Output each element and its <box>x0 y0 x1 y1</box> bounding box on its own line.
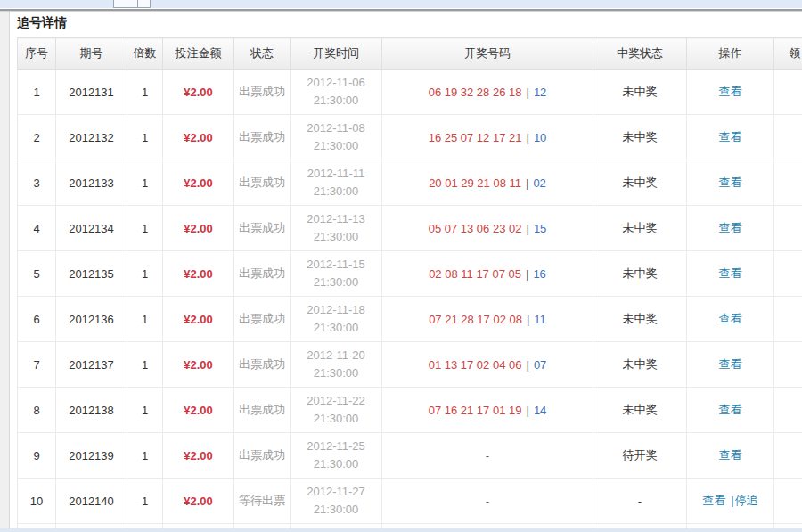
draw-date: 2012-11-22 <box>291 392 381 410</box>
view-link[interactable]: 查看 <box>719 176 742 189</box>
cell-win-status: - <box>593 479 687 524</box>
view-link[interactable]: 查看 <box>719 403 742 416</box>
cell-multiple: 1 <box>127 160 163 206</box>
cell-draw-time: 2012-11-08 21:30:00 <box>291 115 382 160</box>
cell-action: 查看 <box>687 115 774 160</box>
cell-period: 2012136 <box>56 297 127 342</box>
cell-claim <box>774 70 802 115</box>
view-link[interactable]: 查看 <box>719 312 742 325</box>
cell-bet-amount: ¥2.00 <box>163 479 234 524</box>
cell-action: 查看 <box>687 388 774 433</box>
table-header-row: 序号 期号 倍数 投注金额 状态 开奖时间 开奖号码 中奖状态 操作 领 <box>18 38 802 70</box>
cell-bet-amount: ¥2.00 <box>163 342 234 388</box>
cell-draw-numbers: 07 16 21 17 01 19|14 <box>382 388 593 433</box>
cell-bet-amount: ¥2.00 <box>163 251 234 297</box>
cell-status: 出票成功 <box>234 433 291 479</box>
cell-action: 查看 <box>687 206 774 251</box>
cell-win-status: 未中奖 <box>593 388 687 433</box>
draw-date: 2012-11-20 <box>291 347 381 364</box>
cell-multiple: 1 <box>127 479 163 524</box>
cell-draw-time: 2012-11-13 21:30:00 <box>291 206 382 251</box>
cell-claim <box>774 160 802 206</box>
cell-index: 4 <box>18 206 56 251</box>
col-header-multiple: 倍数 <box>127 38 163 70</box>
draw-date: 2012-11-06 <box>291 74 381 92</box>
view-link[interactable]: 查看 <box>719 448 742 462</box>
cell-bet-amount: ¥2.00 <box>163 297 234 342</box>
table-row: 8 2012138 1 ¥2.00 出票成功 2012-11-22 21:30:… <box>18 388 802 433</box>
cell-period: 2012140 <box>56 479 127 524</box>
cell-period: 2012135 <box>56 251 127 297</box>
view-link[interactable]: 查看 <box>719 85 742 98</box>
bottom-strip <box>0 528 802 532</box>
ball-separator: | <box>522 313 534 326</box>
draw-date: 2012-11-11 <box>291 165 381 183</box>
draw-date: 2012-11-13 <box>291 210 381 228</box>
view-link[interactable]: 查看 <box>719 357 742 371</box>
cell-status: 出票成功 <box>234 251 291 297</box>
cell-draw-numbers: - <box>382 433 593 479</box>
cell-claim <box>774 388 802 433</box>
col-header-status: 状态 <box>234 38 291 70</box>
cell-bet-amount: ¥2.00 <box>163 115 234 160</box>
cell-draw-time: 2012-11-15 21:30:00 <box>291 251 382 297</box>
browser-chrome-strip <box>0 0 802 9</box>
cell-index: 7 <box>18 342 56 388</box>
red-balls: 06 19 32 28 26 18 <box>429 86 522 99</box>
view-link[interactable]: 查看 <box>719 130 742 143</box>
view-link[interactable]: 查看 <box>702 494 725 507</box>
cell-multiple: 1 <box>127 433 163 479</box>
cell-index: 3 <box>18 160 56 206</box>
cell-draw-time: 2012-11-20 21:30:00 <box>291 342 382 388</box>
cell-claim <box>774 206 802 251</box>
page-title: 追号详情 <box>17 15 67 31</box>
col-header-bet-amount: 投注金额 <box>163 38 234 70</box>
cell-action: 查看 <box>687 342 774 388</box>
draw-clock: 21:30:00 <box>291 274 381 291</box>
cell-multiple: 1 <box>127 206 163 251</box>
draw-date: 2012-11-08 <box>291 119 381 137</box>
cell-draw-time: 2012-11-06 21:30:00 <box>291 70 382 115</box>
blue-ball: 15 <box>534 222 546 235</box>
blue-ball: 14 <box>534 404 546 417</box>
blue-ball: 16 <box>533 267 545 281</box>
table-row: 6 2012136 1 ¥2.00 出票成功 2012-11-18 21:30:… <box>18 297 802 342</box>
cell-index: 1 <box>18 70 56 115</box>
cell-bet-amount: ¥2.00 <box>163 160 234 206</box>
cell-action: 查看 <box>687 251 774 297</box>
cell-draw-time: 2012-11-18 21:30:00 <box>291 297 382 342</box>
draw-clock: 21:30:00 <box>291 501 381 519</box>
stop-chase-link[interactable]: 停追 <box>735 494 758 507</box>
cell-action: 查看|停追 <box>687 479 774 524</box>
draw-clock: 21:30:00 <box>291 364 381 382</box>
cell-status: 出票成功 <box>234 297 291 342</box>
cell-draw-numbers: 06 19 32 28 26 18|12 <box>382 70 593 115</box>
draw-date: 2012-11-15 <box>291 256 381 274</box>
cell-multiple: 1 <box>127 388 163 433</box>
ball-separator: | <box>521 86 533 99</box>
draw-clock: 21:30:00 <box>291 228 381 246</box>
draw-clock: 21:30:00 <box>291 319 381 337</box>
cell-period: 2012132 <box>56 115 127 160</box>
cell-win-status: 未中奖 <box>593 297 687 342</box>
action-separator: | <box>731 494 733 507</box>
view-link[interactable]: 查看 <box>719 221 742 234</box>
cell-period: 2012139 <box>56 433 127 479</box>
table-row: 4 2012134 1 ¥2.00 出票成功 2012-11-13 21:30:… <box>18 206 802 251</box>
chase-detail-table: 序号 期号 倍数 投注金额 状态 开奖时间 开奖号码 中奖状态 操作 领 1 2… <box>17 37 802 529</box>
cell-status: 出票成功 <box>234 388 291 433</box>
col-header-draw-time: 开奖时间 <box>291 38 382 70</box>
view-link[interactable]: 查看 <box>719 266 742 280</box>
left-rail <box>0 12 10 528</box>
ball-separator: | <box>521 176 533 190</box>
cell-claim <box>774 251 802 297</box>
cell-period: 2012134 <box>56 206 127 251</box>
col-header-action: 操作 <box>687 38 774 70</box>
red-balls: 01 13 17 02 04 06 <box>429 358 522 372</box>
draw-clock: 21:30:00 <box>291 92 381 110</box>
cell-multiple: 1 <box>127 70 163 115</box>
draw-date: 2012-11-27 <box>291 483 381 501</box>
cell-status: 出票成功 <box>234 70 291 115</box>
draw-clock: 21:30:00 <box>291 183 381 201</box>
draw-date: 2012-11-18 <box>291 301 381 319</box>
